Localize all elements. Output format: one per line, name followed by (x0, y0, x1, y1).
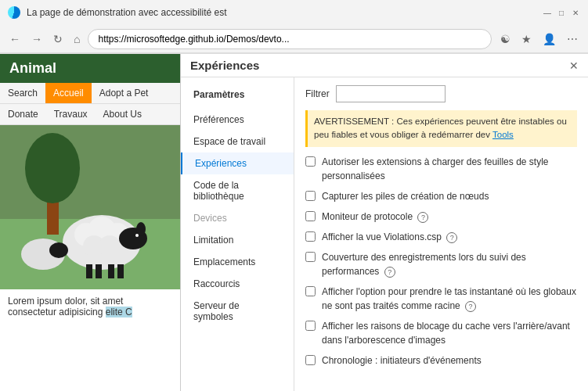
experiment-label-5: Couverture des enregistrements lors du s… (322, 250, 577, 278)
devtools-main: Filtrer AVERTISSEMENT : Ces expériences … (294, 77, 588, 391)
filter-input[interactable] (336, 85, 446, 102)
help-icon-6[interactable]: ? (465, 301, 476, 312)
experiment-item-1: Autoriser les extensions à charger des f… (305, 155, 577, 183)
experiment-label-3: Moniteur de protocole ? (322, 210, 428, 224)
svg-point-9 (99, 235, 121, 257)
warning-box: AVERTISSEMENT : Ces expériences peuvent … (305, 110, 577, 147)
profile-icon[interactable]: 👤 (539, 31, 560, 47)
nav-adopt[interactable]: Adopt a Pet (92, 83, 157, 103)
highlighted-text: elite C (106, 307, 132, 317)
experiment-item-4: Afficher la vue Violations.csp ? (305, 230, 577, 244)
page-content: Animal Search Accueil Adopt a Pet Donate… (0, 54, 588, 391)
warning-text: AVERTISSEMENT : Ces expériences peuvent … (314, 117, 567, 139)
warning-link[interactable]: Tools (492, 130, 514, 139)
reload-button[interactable]: ↻ (50, 31, 66, 47)
experiment-checkbox-2[interactable] (305, 191, 316, 201)
address-input[interactable] (88, 29, 492, 49)
experiment-checkbox-5[interactable] (305, 252, 316, 262)
experiment-label-1: Autoriser les extensions à charger des f… (322, 155, 577, 183)
devtools-body: Paramètres Préférences Espace de travail… (181, 77, 588, 391)
experiment-label-8: Chronologie : initiateurs d'événements (322, 353, 482, 368)
experiment-label-7: Afficher les raisons de blocage du cache… (322, 319, 577, 347)
experiment-label-2: Capturer les piles de création de nœuds (322, 189, 489, 203)
site-brand: Animal (9, 60, 56, 76)
website-panel: Animal Search Accueil Adopt a Pet Donate… (0, 54, 180, 391)
svg-rect-13 (86, 264, 92, 278)
site-nav-2: Donate Travaux About Us (0, 104, 180, 125)
sheep-illustration (0, 125, 180, 289)
devtools-sidebar: Paramètres Préférences Espace de travail… (181, 77, 294, 391)
sidebar-item-shortcuts[interactable]: Raccourcis (181, 273, 294, 295)
sidebar-item-throttling[interactable]: Limitation (181, 229, 294, 251)
site-body-text: Lorem ipsum dolor, sit amet consectetur … (0, 289, 180, 324)
experiment-item-7: Afficher les raisons de blocage du cache… (305, 319, 577, 347)
experiment-label-6: Afficher l'option pour prendre le tas in… (322, 285, 577, 313)
more-icon[interactable]: ⋯ (563, 31, 582, 47)
browser-icon (8, 6, 20, 19)
read-aloud-icon[interactable]: ☯ (496, 31, 514, 47)
favorites-icon[interactable]: ★ (518, 31, 536, 47)
experiment-item-8: Chronologie : initiateurs d'événements (305, 353, 577, 368)
nav-travaux[interactable]: Travaux (46, 104, 96, 124)
nav-donate[interactable]: Donate (0, 104, 46, 124)
browser-chrome: La page de démonstration avec accessibil… (0, 0, 588, 54)
devtools-header: Expériences ✕ (181, 54, 588, 77)
nav-accueil[interactable]: Accueil (45, 83, 92, 103)
svg-point-3 (25, 133, 80, 203)
site-header: Animal (0, 54, 180, 83)
tab-title: La page de démonstration avec accessibil… (27, 7, 543, 18)
help-icon-3[interactable]: ? (417, 212, 428, 223)
title-bar: La page de démonstration avec accessibil… (0, 0, 588, 25)
toolbar-icons: ☯ ★ 👤 ⋯ (496, 31, 582, 47)
sidebar-item-workspace[interactable]: Espace de travail (181, 131, 294, 152)
site-nav: Search Accueil Adopt a Pet (0, 83, 180, 104)
svg-rect-14 (96, 264, 102, 278)
experiment-item-5: Couverture des enregistrements lors du s… (305, 250, 577, 278)
sidebar-item-experiences[interactable]: Expériences (181, 152, 294, 174)
minimize-button[interactable]: — (543, 8, 552, 17)
svg-rect-15 (108, 264, 114, 278)
devtools-title: Expériences (190, 59, 259, 72)
nav-about[interactable]: About Us (96, 104, 150, 124)
sidebar-item-library[interactable]: Code de la bibliothèque (181, 174, 294, 207)
sidebar-item-devices: Devices (181, 207, 294, 229)
sidebar-title: Paramètres (181, 84, 294, 106)
site-image (0, 125, 180, 289)
experiment-item-6: Afficher l'option pour prendre le tas in… (305, 285, 577, 313)
close-button[interactable]: ✕ (571, 8, 580, 17)
experiment-item-3: Moniteur de protocole ? (305, 210, 577, 224)
home-button[interactable]: ⌂ (70, 31, 83, 47)
nav-search[interactable]: Search (0, 83, 45, 103)
sidebar-item-symbol-server[interactable]: Serveur de symboles (181, 295, 294, 328)
experiment-checkbox-1[interactable] (305, 156, 316, 167)
svg-point-18 (49, 242, 68, 258)
devtools-close-button[interactable]: ✕ (569, 59, 579, 72)
back-button[interactable]: ← (6, 31, 23, 47)
experiment-checkbox-8[interactable] (305, 355, 316, 365)
help-icon-4[interactable]: ? (446, 232, 457, 243)
forward-button[interactable]: → (28, 31, 45, 47)
svg-rect-16 (117, 264, 124, 278)
experiment-checkbox-6[interactable] (305, 286, 316, 296)
address-bar: ← → ↻ ⌂ ☯ ★ 👤 ⋯ (0, 25, 588, 53)
sidebar-item-locations[interactable]: Emplacements (181, 251, 294, 273)
sidebar-item-preferences[interactable]: Préférences (181, 109, 294, 131)
window-controls: — □ ✕ (543, 8, 580, 17)
experiment-item-2: Capturer les piles de création de nœuds (305, 189, 577, 203)
experiment-checkbox-3[interactable] (305, 211, 316, 221)
maximize-button[interactable]: □ (557, 8, 566, 17)
filter-label: Filtrer (305, 88, 330, 99)
svg-point-12 (135, 234, 139, 237)
experiment-checkbox-4[interactable] (305, 231, 316, 242)
help-icon-5[interactable]: ? (384, 267, 395, 278)
devtools-panel: Expériences ✕ Paramètres Préférences Esp… (180, 54, 588, 391)
filter-row: Filtrer (305, 85, 577, 102)
experiment-label-4: Afficher la vue Violations.csp ? (322, 230, 457, 244)
experiment-checkbox-7[interactable] (305, 321, 316, 331)
